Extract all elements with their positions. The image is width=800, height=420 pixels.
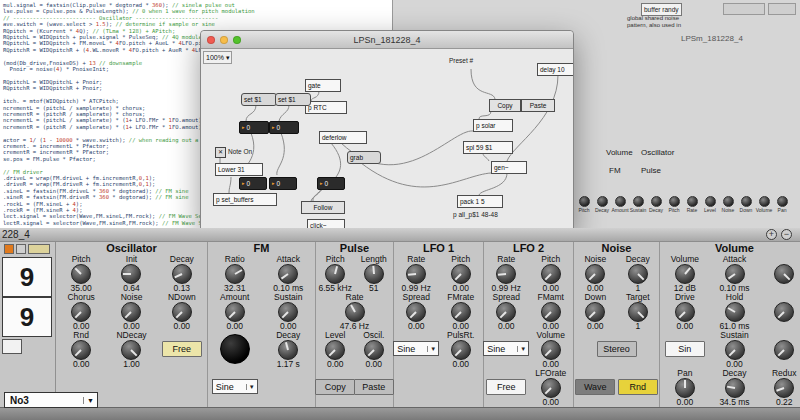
number-box[interactable]: ▸0 (239, 177, 267, 190)
object-spl[interactable]: spl 59 $1 (463, 141, 513, 154)
knob-value[interactable]: 0.00 (498, 322, 515, 331)
free-button[interactable]: Free (486, 379, 526, 395)
object-p-rtc[interactable]: p RTC (305, 101, 347, 114)
knob-spread[interactable] (496, 302, 516, 322)
copy-button[interactable]: Copy (489, 99, 521, 112)
knob-ndown[interactable] (172, 302, 192, 322)
object-gate[interactable]: gate (305, 79, 341, 92)
number-box[interactable]: ▸0 (269, 177, 297, 190)
knob-drive[interactable] (675, 302, 695, 322)
numbox-value[interactable]: 0 (277, 178, 281, 189)
knob-value[interactable]: 34.5 ms (719, 398, 749, 407)
knob-noise[interactable] (585, 264, 605, 284)
knob-pan[interactable] (675, 378, 695, 398)
preset-square-wide[interactable] (28, 244, 50, 254)
object-delay-10[interactable]: delay 10 (537, 63, 573, 76)
knob-down[interactable] (585, 302, 605, 322)
knob-ndecay[interactable] (121, 340, 141, 360)
stereo-button[interactable]: Stereo (597, 341, 637, 357)
device-titlebar[interactable]: 228_4 + − (0, 228, 800, 242)
number-box[interactable]: ▸0 (269, 121, 299, 134)
knob-value[interactable]: 0.00 (677, 322, 694, 331)
mini-knob-icon[interactable] (705, 196, 716, 207)
knob-sustain[interactable] (725, 340, 745, 360)
knob-fmamt[interactable] (541, 302, 561, 322)
sine-dropdown[interactable]: Sine▼ (212, 379, 258, 394)
knob-volume[interactable] (675, 264, 695, 284)
wave-button[interactable]: Wave (575, 379, 615, 395)
zoom-out-icon[interactable]: − (781, 229, 792, 240)
knob-pitch[interactable] (71, 264, 91, 284)
knob-amount[interactable] (225, 302, 245, 322)
mini-knob-icon[interactable] (651, 196, 662, 207)
message-grab[interactable]: grab (347, 151, 381, 164)
knob-lforate[interactable] (541, 378, 561, 398)
knob-fmrate[interactable] (451, 302, 471, 322)
follow-button[interactable]: Follow (301, 201, 345, 214)
knob-pitch[interactable] (325, 264, 345, 284)
sine-dropdown[interactable]: Sine▼ (393, 341, 439, 356)
numbox-value[interactable]: 0 (247, 178, 251, 189)
small-box[interactable] (2, 339, 22, 354)
knob-value[interactable]: 0.00 (587, 322, 604, 331)
knob-partial[interactable] (774, 340, 794, 360)
numbox-value[interactable]: 0 (325, 178, 329, 189)
paste-button[interactable]: Paste (521, 99, 555, 112)
knob-value[interactable]: 51 (369, 284, 378, 293)
message-set-1[interactable]: set $1 (241, 93, 277, 106)
knob-value[interactable]: 0.00 (677, 398, 694, 407)
knob-value[interactable]: 0.00 (174, 322, 191, 331)
knob-decay[interactable] (278, 340, 298, 360)
zoom-level-dropdown[interactable]: 100% ▾ (203, 51, 232, 64)
knob-chorus[interactable] (71, 302, 91, 322)
mini-knob-icon[interactable] (597, 196, 608, 207)
knob-value[interactable]: 0.00 (226, 322, 243, 331)
knob-attack[interactable] (278, 264, 298, 284)
object-p-solar[interactable]: p solar (473, 119, 513, 132)
patcher-titlebar[interactable]: LPSn_181228_4 (201, 31, 573, 49)
object-lower-31[interactable]: Lower 31 (215, 163, 263, 176)
preset-number-box-1[interactable]: 9 (2, 257, 52, 297)
numbox-value[interactable]: 0 (277, 122, 281, 133)
mini-knob-icon[interactable] (741, 196, 752, 207)
fm-main-knob[interactable] (220, 334, 250, 364)
sin-button[interactable]: Sin (665, 341, 705, 357)
knob-pitch[interactable] (451, 264, 471, 284)
knob-value[interactable]: 1.00 (123, 360, 140, 369)
object-gen[interactable]: gen~ (491, 161, 527, 174)
knob-value[interactable]: 0.00 (73, 360, 90, 369)
zoom-in-icon[interactable]: + (766, 229, 777, 240)
patcher-canvas[interactable]: 100% ▾ gate p RTC set $1 set $1 ▸0 ▸0 de… (201, 49, 573, 229)
knob-value[interactable]: 0.00 (327, 360, 344, 369)
note-on-toggle[interactable]: ✕ (215, 147, 226, 158)
knob-pitch[interactable] (541, 264, 561, 284)
knob-sustain[interactable] (278, 302, 298, 322)
knob-target[interactable] (628, 302, 648, 322)
knob-decay[interactable] (725, 378, 745, 398)
knob-ratio[interactable] (225, 264, 245, 284)
knob-value[interactable]: 0.22 (776, 398, 793, 407)
preset-square[interactable] (16, 244, 26, 254)
knob-pulsrt[interactable] (451, 340, 471, 360)
knob-partial[interactable] (774, 302, 794, 322)
number-box[interactable]: ▸0 (317, 177, 345, 190)
mini-knob-icon[interactable] (669, 196, 680, 207)
knob-oscil[interactable] (364, 340, 384, 360)
knob-redux[interactable] (774, 378, 794, 398)
knob-value[interactable]: 0.00 (365, 360, 382, 369)
sine-dropdown[interactable]: Sine▼ (483, 341, 529, 356)
mini-knob-icon[interactable] (777, 196, 788, 207)
knob-volume[interactable] (541, 340, 561, 360)
knob-length[interactable] (364, 264, 384, 284)
object-deferlow[interactable]: deferlow (319, 131, 367, 144)
knob-hold[interactable] (725, 302, 745, 322)
knob-init[interactable] (121, 264, 141, 284)
mini-knob-icon[interactable] (723, 196, 734, 207)
mini-knob-icon[interactable] (615, 196, 626, 207)
knob-rate[interactable] (496, 264, 516, 284)
knob-rate[interactable] (406, 264, 426, 284)
mini-knob-icon[interactable] (633, 196, 644, 207)
mini-knob-icon[interactable] (759, 196, 770, 207)
knob-noise[interactable] (121, 302, 141, 322)
paste-button[interactable]: Paste (354, 379, 394, 395)
